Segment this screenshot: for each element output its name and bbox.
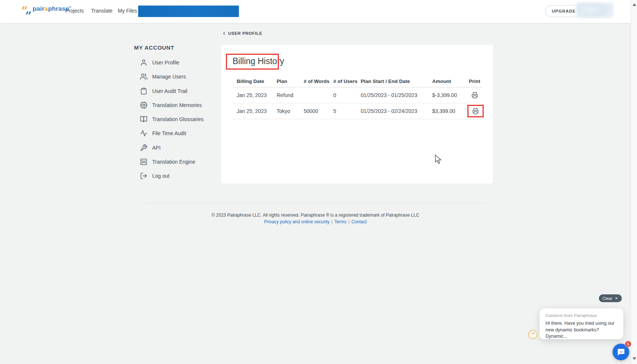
nav-item-projects[interactable]: Projects xyxy=(65,8,84,14)
billing-history-card: Billing History Billing Date Plan # of W… xyxy=(221,45,493,184)
col-amount: Amount xyxy=(432,79,467,84)
sidebar-item-label: Translation Memories xyxy=(152,102,202,108)
scroll-down-icon[interactable] xyxy=(633,357,636,360)
sidebar-item-log-out[interactable]: Log out xyxy=(140,171,204,180)
cell-amount: $-3,399.00 xyxy=(432,92,467,98)
chat-unread-badge: 5 xyxy=(625,341,631,347)
cell-period: 01/25/2023 - 02/24/2023 xyxy=(361,108,432,114)
sidebar-title: MY ACCOUNT xyxy=(134,44,174,51)
cell-users: 0 xyxy=(333,92,361,98)
col-users: # of Users xyxy=(333,79,361,84)
cell-period: 01/25/2023 - 01/25/2023 xyxy=(361,92,432,98)
chat-message-card[interactable]: Cameron from Pairaphrase Hi there. Have … xyxy=(540,308,623,339)
cell-users: 5 xyxy=(333,108,361,114)
close-icon[interactable]: ✕ xyxy=(615,296,618,300)
col-print: Print xyxy=(467,79,482,84)
nav-item-translate[interactable]: Translate xyxy=(91,8,113,14)
sidebar-item-label: File Time Audit xyxy=(152,130,186,136)
chat-message-text: Hi there. Have you tried using our new d… xyxy=(546,320,617,340)
clipboard-icon xyxy=(140,87,147,95)
contact-link[interactable]: Contact xyxy=(351,219,367,224)
sidebar-menu: User Profile Manage Users User Audit Tra… xyxy=(140,58,204,186)
sidebar-item-translation-engine[interactable]: Translation Engine xyxy=(140,157,204,166)
cell-words: 50000 xyxy=(304,108,333,114)
table-header-row: Billing Date Plan # of Words # of Users … xyxy=(233,75,482,87)
log-out-icon xyxy=(140,172,147,180)
chat-sender: Cameron from Pairaphrase xyxy=(546,313,617,318)
sidebar-item-label: Translation Engine xyxy=(152,159,195,165)
back-to-user-profile-link[interactable]: USER PROFILE xyxy=(222,31,262,36)
sidebar-item-user-audit-trail[interactable]: User Audit Trail xyxy=(140,87,204,96)
book-open-icon xyxy=(140,116,147,123)
cpu-icon xyxy=(140,101,147,109)
printer-icon xyxy=(472,108,479,114)
server-icon xyxy=(140,158,147,166)
activity-icon xyxy=(140,130,147,137)
col-plan: Plan xyxy=(277,79,304,84)
annotation-box-print xyxy=(467,105,484,117)
scroll-up-icon[interactable] xyxy=(633,3,636,6)
sidebar-item-label: Log out xyxy=(152,173,170,179)
privacy-policy-link[interactable]: Privacy policy and online security xyxy=(264,219,330,224)
nav-item-my-files[interactable]: My Files xyxy=(118,8,137,14)
wrench-icon xyxy=(140,144,147,151)
table-row: Jan 25, 2023 Refund 0 01/25/2023 - 01/25… xyxy=(233,87,482,103)
sidebar-item-label: API xyxy=(152,145,161,151)
chat-avatar: “” xyxy=(528,330,537,339)
col-period: Plan Start / End Date xyxy=(361,79,432,84)
sidebar-item-label: Translation Glossaries xyxy=(152,116,204,122)
print-button[interactable] xyxy=(471,92,478,98)
sidebar-item-label: User Profile xyxy=(152,60,179,66)
print-button[interactable] xyxy=(472,108,479,114)
billing-table: Billing Date Plan # of Words # of Users … xyxy=(233,75,482,119)
cell-plan: Refund xyxy=(277,92,304,98)
cell-billing-date: Jan 25, 2023 xyxy=(237,108,277,114)
footer-copyright: © 2023 Pairaphrase LLC. All rights reser… xyxy=(146,213,485,218)
back-link-label: USER PROFILE xyxy=(228,31,262,36)
col-billing-date: Billing Date xyxy=(237,79,277,84)
sidebar-item-translation-memories[interactable]: Translation Memories xyxy=(140,101,204,110)
sidebar-item-api[interactable]: API xyxy=(140,143,204,152)
footer-links: Privacy policy and online security|Terms… xyxy=(146,219,485,224)
user-icon xyxy=(140,59,147,66)
sidebar-item-label: User Audit Trail xyxy=(152,88,187,94)
printer-icon xyxy=(471,92,478,98)
chat-bubble-icon xyxy=(617,348,626,357)
footer-divider xyxy=(146,203,485,203)
app-screen: “ ” pairaphrase® Projects Translate My F… xyxy=(0,0,637,364)
sidebar-item-file-time-audit[interactable]: File Time Audit xyxy=(140,129,204,138)
chat-clear-button[interactable]: Clear ✕ xyxy=(599,294,622,302)
table-row: Jan 25, 2023 Tokyo 50000 5 01/25/2023 - … xyxy=(233,103,482,119)
chevron-left-icon xyxy=(222,31,226,36)
cell-plan: Tokyo xyxy=(277,108,304,114)
account-avatar-blurred[interactable] xyxy=(576,3,613,18)
users-icon xyxy=(140,73,147,80)
cell-billing-date: Jan 25, 2023 xyxy=(237,92,277,98)
col-words: # of Words xyxy=(304,79,333,84)
sidebar-item-manage-users[interactable]: Manage Users xyxy=(140,72,204,81)
sidebar-item-label: Manage Users xyxy=(152,74,186,80)
pairaphrase-logo[interactable]: “ ” pairaphrase® xyxy=(21,4,71,19)
chat-clear-label: Clear xyxy=(603,296,612,301)
sidebar-item-translation-glossaries[interactable]: Translation Glossaries xyxy=(140,115,204,124)
sidebar-item-user-profile[interactable]: User Profile xyxy=(140,58,204,67)
redacted-banner xyxy=(138,6,239,17)
terms-link[interactable]: Terms xyxy=(334,219,347,224)
page-title: Billing History xyxy=(233,56,284,66)
logo-quotes-icon: “ ” xyxy=(21,4,33,19)
page-scrollbar[interactable] xyxy=(631,0,637,364)
top-navbar: “ ” pairaphrase® Projects Translate My F… xyxy=(0,0,631,23)
cell-amount: $3,399.00 xyxy=(432,108,467,114)
